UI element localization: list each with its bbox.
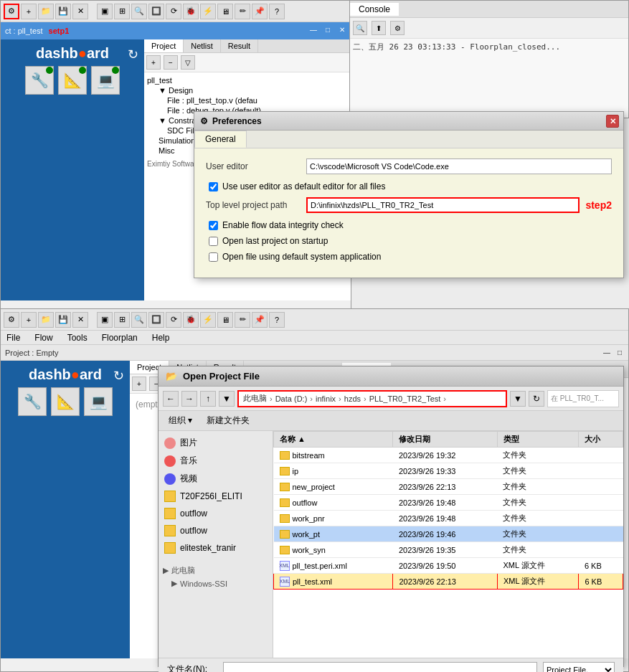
console-import-icon[interactable]: ⬆ xyxy=(372,21,386,35)
path-search-box[interactable]: 在 PLL_TR0_T... xyxy=(547,390,619,407)
table-row[interactable]: ip2023/9/26 19:33文件夹 xyxy=(274,463,623,479)
tree-file1[interactable]: File : pll_test_top.v (defau xyxy=(147,95,348,105)
open-last-project-checkbox[interactable] xyxy=(209,237,218,246)
nav-up-button[interactable]: ↑ xyxy=(200,391,216,407)
nav-forward-button[interactable]: → xyxy=(181,391,197,407)
sidebar-music[interactable]: 音乐 xyxy=(161,452,270,470)
place-route-icon[interactable]: 📐 xyxy=(58,66,87,95)
b-cpu-icon[interactable]: 🖥 xyxy=(217,312,233,328)
organize-button[interactable]: 组织 ▾ xyxy=(164,413,197,428)
new-icon[interactable]: + xyxy=(21,4,37,19)
save-icon[interactable]: 💾 xyxy=(55,4,71,19)
path-hzds[interactable]: hzds xyxy=(344,394,361,403)
power-icon[interactable]: ⚡ xyxy=(200,4,216,19)
add-file-icon[interactable]: + xyxy=(146,55,161,70)
table-row[interactable]: work_syn2023/9/26 19:35文件夹 xyxy=(274,542,623,558)
table-row[interactable]: outflow2023/9/26 19:48文件夹 xyxy=(274,495,623,511)
b-chip-icon[interactable]: 🔲 xyxy=(148,312,164,328)
filter-icon[interactable]: ▽ xyxy=(181,55,195,70)
layout-icon[interactable]: ▣ xyxy=(97,4,113,19)
flow-integrity-checkbox[interactable] xyxy=(209,221,218,230)
filename-input[interactable] xyxy=(223,662,537,673)
sidebar-images[interactable]: 图片 xyxy=(161,434,270,452)
table-row[interactable]: bitstream2023/9/26 19:32文件夹 xyxy=(274,448,623,463)
console-clear-icon[interactable]: ⚙ xyxy=(390,21,405,35)
path-infinix[interactable]: infinix xyxy=(316,394,336,403)
table-row[interactable]: work_pt2023/9/26 19:46文件夹 xyxy=(274,526,623,542)
b-layout-icon[interactable]: ▣ xyxy=(97,312,113,328)
path-pc[interactable]: 此电脑 xyxy=(243,393,267,404)
refresh-icon[interactable]: ↻ xyxy=(128,47,138,62)
col-type[interactable]: 类型 xyxy=(497,432,578,448)
b-open-icon[interactable]: 📁 xyxy=(38,312,54,328)
chip-icon[interactable]: 🔲 xyxy=(148,4,164,19)
default-editor-checkbox[interactable] xyxy=(209,182,218,191)
table-row[interactable]: new_project2023/9/26 22:13文件夹 xyxy=(274,479,623,495)
sidebar-outflow2[interactable]: outflow xyxy=(161,522,270,539)
b-save-icon[interactable]: 💾 xyxy=(55,312,71,328)
b-synth-icon[interactable]: 🔧 xyxy=(18,387,47,416)
zoom-icon[interactable]: 🔍 xyxy=(131,4,147,19)
settings-icon[interactable]: ⚙ xyxy=(4,4,19,19)
b-power-icon[interactable]: ⚡ xyxy=(200,312,216,328)
menu-tools[interactable]: Tools xyxy=(65,333,90,343)
b-bit-icon[interactable]: 💻 xyxy=(84,387,113,416)
open-file-system-checkbox[interactable] xyxy=(209,252,218,262)
bitstream-icon[interactable]: 💻 xyxy=(91,66,120,95)
b-grid-icon[interactable]: ⊞ xyxy=(114,312,130,328)
table-row[interactable]: XMLpll_test.xml2023/9/26 22:13XML 源文件6 K… xyxy=(274,574,623,590)
tab-project[interactable]: Project xyxy=(144,39,184,52)
help-icon[interactable]: ? xyxy=(269,4,285,19)
pin-icon[interactable]: 📌 xyxy=(252,4,268,19)
user-editor-input[interactable] xyxy=(306,158,612,174)
sidebar-video[interactable]: 视频 xyxy=(161,470,270,488)
cpu-icon[interactable]: 🖥 xyxy=(217,4,233,19)
b-new-icon[interactable]: + xyxy=(21,312,37,328)
path-data[interactable]: Data (D:) xyxy=(275,394,308,403)
b-zoom-icon[interactable]: 🔍 xyxy=(131,312,147,328)
remove-file-icon[interactable]: − xyxy=(164,55,178,70)
sidebar-t20f[interactable]: T20F256I_ELITI xyxy=(161,488,270,505)
b-add-icon[interactable]: + xyxy=(132,377,146,391)
col-size[interactable]: 大小 xyxy=(579,432,623,448)
console-search-icon[interactable]: 🔍 xyxy=(353,21,367,35)
b-route-icon[interactable]: ⟳ xyxy=(166,312,181,328)
close-icon[interactable]: ✕ xyxy=(72,4,88,19)
tree-design[interactable]: ▼ Design xyxy=(147,85,348,95)
menu-flow[interactable]: Flow xyxy=(32,333,55,343)
tab-netlist[interactable]: Netlist xyxy=(184,39,221,52)
restore-button[interactable]: □ xyxy=(322,24,334,35)
menu-floorplan[interactable]: Floorplan xyxy=(99,333,141,343)
nav-back-button[interactable]: ← xyxy=(163,391,179,407)
console-tab[interactable]: Console xyxy=(350,3,399,16)
refresh-path-button[interactable]: ↻ xyxy=(529,391,544,407)
edit-icon[interactable]: ✏ xyxy=(235,4,250,19)
sidebar-outflow[interactable]: outflow xyxy=(161,505,270,522)
preferences-close-button[interactable]: ✕ xyxy=(606,115,619,128)
b-settings-icon[interactable]: ⚙ xyxy=(4,312,19,328)
path-dropdown-button[interactable]: ▼ xyxy=(510,391,526,407)
b-restore-button[interactable]: □ xyxy=(614,347,625,359)
tab-result[interactable]: Result xyxy=(221,39,258,52)
open-icon[interactable]: 📁 xyxy=(38,4,54,19)
sidebar-elitestek[interactable]: elitestek_tranir xyxy=(161,539,270,557)
b-minimize-button[interactable]: — xyxy=(601,347,613,359)
new-folder-button[interactable]: 新建文件夹 xyxy=(202,413,254,428)
b-pin-icon[interactable]: 📌 xyxy=(252,312,268,328)
table-row[interactable]: work_pnr2023/9/26 19:48文件夹 xyxy=(274,511,623,526)
filetype-select[interactable]: Project File, xyxy=(543,662,615,673)
bottom-refresh-icon[interactable]: ↻ xyxy=(113,368,124,384)
menu-help[interactable]: Help xyxy=(149,333,173,343)
menu-file[interactable]: File xyxy=(4,333,23,343)
col-date[interactable]: 修改日期 xyxy=(393,432,498,448)
minimize-button[interactable]: — xyxy=(308,24,319,35)
col-name[interactable]: 名称 ▲ xyxy=(274,432,393,448)
table-row[interactable]: XMLpll_test.peri.xml2023/9/26 19:50XML 源… xyxy=(274,558,623,574)
b-help-icon[interactable]: ? xyxy=(269,312,285,328)
path-project[interactable]: PLL_TR0_TR2_Test xyxy=(369,394,441,403)
b-debug-icon[interactable]: 🐞 xyxy=(183,312,199,328)
b-pnr-icon[interactable]: 📐 xyxy=(51,387,80,416)
top-level-path-input[interactable] xyxy=(306,197,580,213)
b-close-icon[interactable]: ✕ xyxy=(72,312,88,328)
route-icon[interactable]: ⟳ xyxy=(166,4,181,19)
